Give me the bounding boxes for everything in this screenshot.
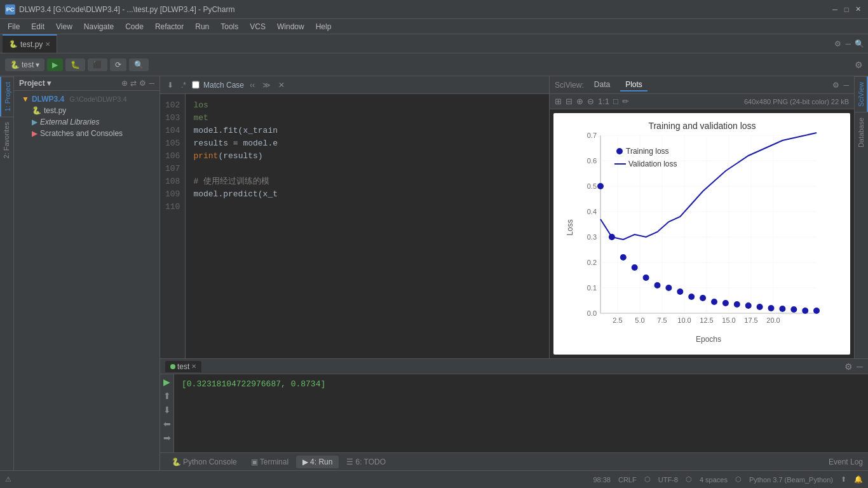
maximize-button[interactable]: □ [841,4,851,15]
svg-point-39 [608,234,614,240]
line-col-indicator[interactable]: 98:38 [593,476,611,484]
minimize-button[interactable]: ─ [830,4,840,15]
svg-point-55 [790,306,797,313]
menu-refactor[interactable]: Refactor [150,21,189,32]
code-content[interactable]: los met model.fit(x_train results = mode… [186,94,549,358]
run-tab-close-icon[interactable]: ✕ [191,363,196,370]
sciview-panel: SciView: Data Plots ⚙ ─ ⊞ ⊟ ⊕ ⊖ [549,76,854,358]
run-tab[interactable]: ▶ 4: Run [296,456,339,468]
coverage-button[interactable]: ⬛ [88,58,107,71]
run-expand-icon[interactable]: ⬅ [163,419,171,429]
tree-item-scratches[interactable]: ▶ Scratches and Consoles [14,128,159,139]
run-area: test ✕ ⚙ ─ ▶ ⬆ ⬇ ⬅ ➡ [160,358,868,452]
collapse-icon[interactable]: ─ [149,79,154,88]
debug-button[interactable]: 🐛 [65,58,85,71]
add-icon[interactable]: ⊕ [121,79,128,88]
close-search-icon[interactable]: ✕ [276,80,287,90]
run-scroll-down-icon[interactable]: ⬇ [163,405,171,415]
settings-gear-icon[interactable]: ⚙ [855,60,863,70]
aspect-ratio-icon[interactable]: □ [613,97,618,106]
next-match-icon[interactable]: ≫ [261,80,273,90]
sciview-settings-icon[interactable]: ⚙ [832,81,839,90]
menu-tools[interactable]: Tools [215,21,243,32]
menu-code[interactable]: Code [120,21,149,32]
menu-edit[interactable]: Edit [26,21,50,32]
close-button[interactable]: ✕ [853,4,863,15]
svg-text:Loss: Loss [566,219,574,235]
python-console-tab[interactable]: 🐍 Python Console [165,456,243,468]
menu-navigate[interactable]: Navigate [79,21,119,32]
sciview-status-bar: ⊞ ⊟ ⊕ ⊖ 1:1 □ ✏ 640x480 PNG (24-bit colo… [550,94,854,109]
line-separator-indicator[interactable]: CRLF [618,476,637,484]
menu-file[interactable]: File [3,21,25,32]
svg-text:5.0: 5.0 [635,316,644,324]
sciview-strip-tab[interactable]: SciView [855,76,868,112]
prev-match-icon[interactable]: ‹‹ [248,80,257,90]
zoom-in-icon[interactable]: ⊕ [576,97,583,106]
menu-run[interactable]: Run [190,21,214,32]
run-tab-test[interactable]: test ✕ [165,361,201,372]
external-libs-label: External Libraries [40,118,99,126]
grid-icon[interactable]: ⊟ [566,97,573,106]
svg-point-46 [688,294,695,300]
regex-icon[interactable]: .* [179,80,188,90]
encoding-indicator[interactable]: UTF-8 [658,476,678,484]
line-numbers: 102 103 104 105 106 107 108 109 110 [160,94,186,358]
tab-testpy[interactable]: 🐍 test.py ✕ [3,34,57,53]
indent-indicator[interactable]: 4 spaces [700,476,728,484]
svg-text:0.0: 0.0 [587,309,596,317]
svg-point-45 [677,288,683,295]
tree-item-testpy[interactable]: 🐍 test.py [14,105,159,116]
run-play-icon[interactable]: ▶ [163,377,170,387]
svg-point-44 [665,285,672,291]
sciview-data-tab[interactable]: Data [589,79,615,92]
svg-text:12.5: 12.5 [700,316,713,324]
run-settings-icon[interactable]: ⚙ [844,362,853,372]
settings-sidebar-icon[interactable]: ⚙ [139,79,146,88]
svg-text:Epochs: Epochs [695,335,721,344]
terminal-tab[interactable]: ▣ Terminal [245,456,295,468]
fit-image-icon[interactable]: ⊞ [555,97,562,106]
event-log-button[interactable]: Event Log [829,458,863,466]
code-editor[interactable]: ⬇ .* Match Case ‹‹ ≫ ✕ 102 103 104 1 [160,76,549,358]
menu-help[interactable]: Help [311,21,337,32]
menu-view[interactable]: View [51,21,78,32]
todo-tab[interactable]: ☰ 6: TODO [340,456,392,468]
tab-close-button[interactable]: ✕ [45,41,50,48]
settings-icon[interactable]: ⚙ [834,39,841,48]
left-panel-strip: 1: Project 2: Favorites [0,76,14,470]
sync-icon[interactable]: ⇄ [130,79,137,88]
menu-vcs[interactable]: VCS [245,21,271,32]
run-collapse-icon[interactable]: ➡ [163,433,171,443]
svg-point-42 [642,274,649,281]
run-scroll-up-icon[interactable]: ⬆ [163,391,171,401]
run-minimize-icon[interactable]: ─ [857,362,863,372]
search-everywhere-icon[interactable]: 🔍 [855,39,864,48]
favorites-panel-tab[interactable]: 2: Favorites [0,116,13,163]
run-button[interactable]: ▶ [47,58,63,71]
inspect-button[interactable]: 🔍 [129,58,149,71]
interpreter-indicator[interactable]: Python 3.7 (Beam_Python) [749,476,833,484]
tree-item-project[interactable]: ▼ DLWP3.4 G:\Code\DLWP3.4 [14,93,159,105]
svg-text:2.5: 2.5 [613,316,622,324]
pipette-icon[interactable]: ✏ [622,97,629,106]
minimize-panel-icon[interactable]: ─ [845,39,851,48]
zoom-out-icon[interactable]: ⊖ [587,97,594,106]
svg-text:Validation loss: Validation loss [628,159,677,168]
zoom-reset-label[interactable]: 1:1 [598,97,609,106]
tree-item-external-libs[interactable]: ▶ External Libraries [14,116,159,128]
project-panel-tab[interactable]: 1: Project [0,76,13,116]
run-config-label: test [22,60,34,69]
sciview-close-icon[interactable]: ─ [843,81,849,90]
menu-window[interactable]: Window [272,21,309,32]
filter-icon[interactable]: ⬇ [165,80,175,90]
match-case-checkbox[interactable] [192,81,200,89]
database-strip-tab[interactable]: Database [855,112,868,152]
run-config-dropdown[interactable]: 🐍 test ▾ [5,58,44,71]
run-config-icon: 🐍 [10,60,20,69]
profile-button[interactable]: ⟳ [110,58,126,71]
python-file-icon: 🐍 [9,40,18,48]
sciview-plots-tab[interactable]: Plots [620,79,648,92]
run-panel-header: test ✕ ⚙ ─ [160,359,868,374]
image-info-label: 640x480 PNG (24-bit color) 22 kB [744,98,849,105]
